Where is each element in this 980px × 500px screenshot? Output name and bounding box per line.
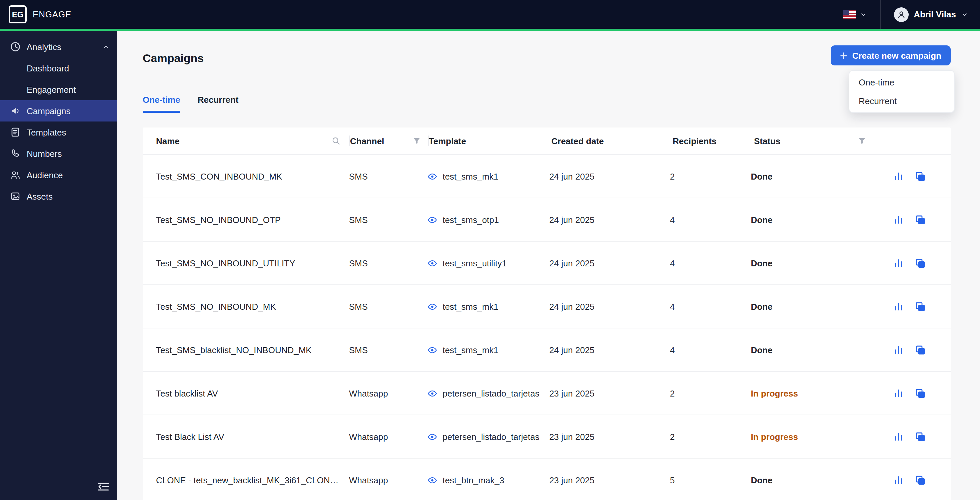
campaign-created-date: 24 jun 2025 xyxy=(549,258,670,268)
app-name: ENGAGE xyxy=(33,10,72,19)
menu-item-recurrent[interactable]: Recurrent xyxy=(850,91,954,110)
language-selector[interactable] xyxy=(842,10,866,19)
template-name: test_sms_mk1 xyxy=(443,345,499,355)
report-chart-icon[interactable] xyxy=(894,388,903,398)
header-name: Name xyxy=(143,128,350,154)
tab-one-time[interactable]: One-time xyxy=(143,95,180,113)
campaign-channel: SMS xyxy=(349,258,427,268)
campaign-recipients: 4 xyxy=(670,258,751,268)
clone-copy-icon[interactable] xyxy=(915,301,925,312)
user-name: Abril Vilas xyxy=(914,10,956,19)
campaign-recipients: 5 xyxy=(670,475,751,485)
report-chart-icon[interactable] xyxy=(894,258,903,268)
menu-item-one-time[interactable]: One-time xyxy=(850,73,954,91)
campaign-channel: SMS xyxy=(349,345,427,355)
campaign-template: test_sms_utility1 xyxy=(427,258,549,268)
avatar xyxy=(894,7,908,22)
sidebar-item-analytics[interactable]: Analytics xyxy=(0,36,117,58)
assets-image-icon xyxy=(10,191,21,201)
campaign-name: Test_SMS_NO_INBOUND_UTILITY xyxy=(143,258,349,268)
campaign-tabs: One-time Recurrent xyxy=(143,95,951,113)
campaign-template: test_sms_mk1 xyxy=(427,345,549,355)
report-chart-icon[interactable] xyxy=(894,172,903,181)
sidebar-item-numbers[interactable]: Numbers xyxy=(0,143,117,164)
chevron-down-icon xyxy=(961,11,968,18)
sidebar-item-assets[interactable]: Assets xyxy=(0,185,117,207)
report-chart-icon[interactable] xyxy=(894,302,903,311)
header-actions xyxy=(898,128,951,154)
campaign-template: petersen_listado_tarjetas xyxy=(427,431,549,442)
table-row: Test_SMS_blacklist_NO_INBOUND_MK SMS tes… xyxy=(143,328,951,372)
campaign-name: CLONE - tets_new_backlist_MK_3i61_CLONAD… xyxy=(143,475,349,485)
topbar-divider xyxy=(880,0,880,29)
template-preview-eye-icon[interactable] xyxy=(427,258,438,268)
campaigns-icon xyxy=(10,105,21,116)
create-campaign-button[interactable]: Create new campaign xyxy=(831,45,951,65)
campaign-created-date: 24 jun 2025 xyxy=(549,215,670,225)
search-icon[interactable] xyxy=(331,136,340,145)
sidebar-item-dashboard[interactable]: Dashboard xyxy=(0,58,117,79)
collapse-sidebar-icon[interactable] xyxy=(97,481,109,492)
campaign-name: Test blacklist AV xyxy=(143,388,349,398)
campaign-created-date: 24 jun 2025 xyxy=(549,301,670,312)
row-actions xyxy=(894,345,951,355)
template-name: test_sms_mk1 xyxy=(443,301,499,312)
clone-copy-icon[interactable] xyxy=(915,215,925,225)
tab-recurrent[interactable]: Recurrent xyxy=(198,95,239,113)
template-preview-eye-icon[interactable] xyxy=(427,345,438,355)
campaign-template: petersen_listado_tarjetas xyxy=(427,388,549,398)
sidebar-item-templates[interactable]: Templates xyxy=(0,121,117,143)
sidebar: Analytics Dashboard Engagement Campaigns xyxy=(0,31,117,500)
sidebar-item-campaigns[interactable]: Campaigns xyxy=(0,100,117,121)
main-content: Campaigns Create new campaign One-time R… xyxy=(117,31,980,500)
header-template: Template xyxy=(429,128,551,154)
template-preview-eye-icon[interactable] xyxy=(427,475,438,485)
report-chart-icon[interactable] xyxy=(894,345,903,355)
sidebar-item-label: Assets xyxy=(27,191,52,201)
template-preview-eye-icon[interactable] xyxy=(427,171,438,181)
chevron-down-icon xyxy=(860,11,866,18)
template-preview-eye-icon[interactable] xyxy=(427,215,438,225)
table-header: Name Channel Template Created date xyxy=(143,128,951,155)
sidebar-item-label: Templates xyxy=(27,127,66,137)
clone-copy-icon[interactable] xyxy=(915,431,925,442)
sidebar-nav: Analytics Dashboard Engagement Campaigns xyxy=(0,31,117,207)
report-chart-icon[interactable] xyxy=(894,215,903,224)
create-campaign-label: Create new campaign xyxy=(852,50,941,61)
campaign-created-date: 24 jun 2025 xyxy=(549,171,670,181)
campaigns-table: Name Channel Template Created date xyxy=(143,128,951,500)
template-name: test_sms_otp1 xyxy=(443,215,499,225)
template-preview-eye-icon[interactable] xyxy=(427,388,438,398)
template-name: petersen_listado_tarjetas xyxy=(443,388,540,398)
user-menu[interactable]: Abril Vilas xyxy=(894,7,968,22)
clone-copy-icon[interactable] xyxy=(915,388,925,398)
campaign-name: Test_SMS_blacklist_NO_INBOUND_MK xyxy=(143,345,349,355)
template-preview-eye-icon[interactable] xyxy=(427,301,438,312)
row-actions xyxy=(894,215,951,225)
clone-copy-icon[interactable] xyxy=(915,475,925,485)
report-chart-icon[interactable] xyxy=(894,475,903,485)
campaign-name: Test_SMS_CON_INBOUND_MK xyxy=(143,171,349,181)
template-name: test_sms_mk1 xyxy=(443,171,499,181)
sidebar-item-engagement[interactable]: Engagement xyxy=(0,79,117,100)
templates-icon xyxy=(10,127,21,137)
campaign-recipients: 2 xyxy=(670,388,751,398)
clone-copy-icon[interactable] xyxy=(915,345,925,355)
report-chart-icon[interactable] xyxy=(894,432,903,441)
sidebar-item-audience[interactable]: Audience xyxy=(0,164,117,185)
status-badge: Done xyxy=(751,345,772,355)
template-preview-eye-icon[interactable] xyxy=(427,431,438,442)
template-name: test_btn_mak_3 xyxy=(443,475,504,485)
campaign-template: test_btn_mak_3 xyxy=(427,475,549,485)
table-row: Test_SMS_NO_INBOUND_OTP SMS test_sms_otp… xyxy=(143,198,951,242)
row-actions xyxy=(894,388,951,398)
clone-copy-icon[interactable] xyxy=(915,171,925,181)
sidebar-item-label: Engagement xyxy=(27,85,76,94)
sidebar-item-label: Audience xyxy=(27,170,63,180)
channel-filter-icon[interactable] xyxy=(413,137,421,145)
campaign-created-date: 23 jun 2025 xyxy=(549,388,670,398)
table-row: Test Black List AV Whatsapp petersen_lis… xyxy=(143,415,951,458)
plus-icon xyxy=(840,52,848,59)
status-filter-icon[interactable] xyxy=(858,137,866,145)
clone-copy-icon[interactable] xyxy=(915,258,925,268)
